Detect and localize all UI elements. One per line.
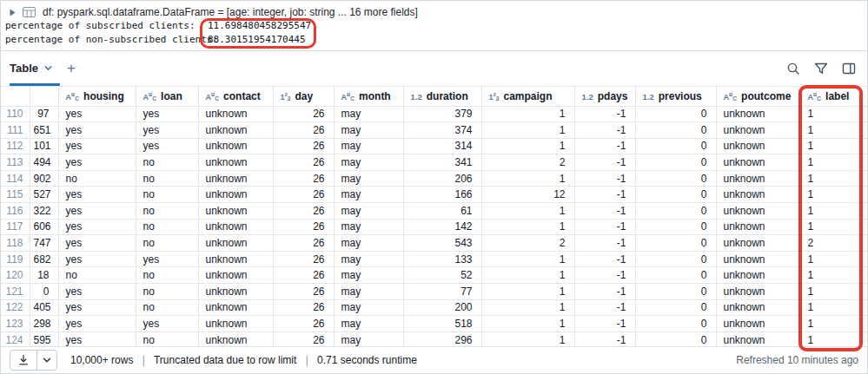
table-cell[interactable]: may — [334, 219, 403, 235]
table-cell[interactable]: may — [334, 316, 403, 332]
row-index[interactable]: 117 — [1, 219, 30, 235]
table-cell[interactable]: unknown — [198, 122, 273, 139]
table-cell[interactable]: 206 — [403, 170, 481, 187]
table-cell[interactable]: 341 — [403, 154, 481, 171]
table-cell[interactable]: 26 — [273, 219, 334, 235]
table-cell[interactable]: unknown — [716, 251, 800, 267]
table-cell[interactable]: may — [334, 154, 403, 171]
table-cell[interactable]: 1 — [481, 299, 574, 316]
table-cell[interactable]: 543 — [403, 235, 481, 252]
table-cell[interactable]: unknown — [198, 138, 273, 154]
download-icon[interactable] — [10, 351, 36, 370]
table-cell[interactable]: no — [136, 170, 198, 187]
table-cell[interactable]: 26 — [273, 284, 334, 300]
row-index[interactable]: 120 — [1, 267, 30, 284]
table-cell[interactable]: 1 — [800, 251, 867, 267]
columns-panel-icon[interactable] — [841, 61, 857, 76]
table-cell[interactable]: 26 — [273, 138, 334, 154]
table-cell[interactable]: 0 — [635, 284, 716, 300]
table-cell[interactable]: 527 — [30, 187, 58, 203]
table-cell[interactable]: 0 — [635, 122, 716, 139]
table-cell[interactable]: 1 — [800, 203, 867, 220]
table-cell[interactable]: 314 — [403, 138, 481, 154]
table-cell[interactable]: 101 — [30, 138, 58, 154]
table-cell[interactable]: 1 — [481, 122, 574, 139]
table-cell[interactable]: 1 — [800, 106, 867, 122]
table-cell[interactable]: unknown — [716, 154, 800, 171]
table-cell[interactable]: -1 — [574, 251, 635, 267]
table-cell[interactable]: 902 — [30, 170, 58, 187]
table-cell[interactable]: may — [334, 331, 403, 346]
table-cell[interactable]: yes — [58, 316, 136, 332]
table-cell[interactable]: 322 — [30, 203, 58, 220]
table-cell[interactable]: 296 — [403, 331, 481, 346]
column-header-duration[interactable]: 1.2duration — [403, 87, 481, 106]
table-cell[interactable]: 1 — [800, 267, 867, 284]
table-cell[interactable]: unknown — [198, 299, 273, 316]
table-cell[interactable]: unknown — [198, 170, 273, 187]
table-cell[interactable]: 405 — [30, 299, 58, 316]
table-cell[interactable]: unknown — [716, 235, 800, 252]
table-cell[interactable]: 12 — [481, 187, 574, 203]
table-cell[interactable]: unknown — [716, 284, 800, 300]
table-cell[interactable]: yes — [58, 284, 136, 300]
table-cell[interactable]: 1 — [800, 284, 867, 300]
table-cell[interactable]: 1 — [481, 203, 574, 220]
table-cell[interactable]: 26 — [273, 316, 334, 332]
table-cell[interactable]: 26 — [273, 203, 334, 220]
table-cell[interactable]: 1 — [800, 122, 867, 139]
table-cell[interactable]: 0 — [635, 316, 716, 332]
table-cell[interactable]: 26 — [273, 299, 334, 316]
table-cell[interactable]: yes — [58, 122, 136, 139]
row-index[interactable]: 114 — [1, 170, 30, 187]
table-cell[interactable]: -1 — [574, 122, 635, 139]
table-cell[interactable]: 61 — [403, 203, 481, 220]
table-cell[interactable]: 747 — [30, 235, 58, 252]
table-cell[interactable]: may — [334, 299, 403, 316]
table-cell[interactable]: 77 — [403, 284, 481, 300]
expand-toggle-icon[interactable] — [10, 9, 16, 16]
table-cell[interactable]: 298 — [30, 316, 58, 332]
search-icon[interactable] — [785, 61, 801, 76]
table-cell[interactable]: 1 — [800, 187, 867, 203]
table-cell[interactable]: 133 — [403, 251, 481, 267]
table-cell[interactable]: 0 — [635, 187, 716, 203]
table-cell[interactable]: 595 — [30, 331, 58, 346]
table-cell[interactable]: unknown — [716, 331, 800, 346]
table-cell[interactable]: 200 — [403, 299, 481, 316]
table-cell[interactable]: may — [334, 106, 403, 122]
table-cell[interactable]: 1 — [800, 331, 867, 346]
table-cell[interactable]: may — [334, 267, 403, 284]
table-cell[interactable]: unknown — [716, 316, 800, 332]
row-index[interactable]: 110 — [1, 106, 30, 122]
table-cell[interactable]: no — [136, 331, 198, 346]
table-cell[interactable]: unknown — [716, 203, 800, 220]
table-cell[interactable]: unknown — [198, 284, 273, 300]
table-cell[interactable]: 1 — [800, 299, 867, 316]
table-cell[interactable]: 52 — [403, 267, 481, 284]
table-cell[interactable]: no — [58, 267, 136, 284]
add-visualization-button[interactable]: + — [67, 61, 76, 77]
table-cell[interactable]: 0 — [635, 106, 716, 122]
table-cell[interactable]: 1 — [481, 267, 574, 284]
table-cell[interactable]: yes — [58, 203, 136, 220]
table-cell[interactable]: may — [334, 203, 403, 220]
column-header-contact[interactable]: ABCcontact — [198, 87, 273, 106]
table-cell[interactable]: yes — [58, 106, 136, 122]
table-cell[interactable]: 1 — [481, 331, 574, 346]
column-header-previous[interactable]: 1.2previous — [635, 87, 716, 106]
table-cell[interactable]: may — [334, 284, 403, 300]
table-cell[interactable]: yes — [136, 106, 198, 122]
table-cell[interactable]: yes — [58, 331, 136, 346]
table-cell[interactable]: unknown — [198, 219, 273, 235]
table-cell[interactable]: may — [334, 170, 403, 187]
table-cell[interactable]: unknown — [198, 106, 273, 122]
table-cell[interactable]: no — [136, 235, 198, 252]
table-cell[interactable]: 0 — [635, 154, 716, 171]
table-cell[interactable]: 0 — [635, 299, 716, 316]
table-cell[interactable]: yes — [58, 251, 136, 267]
table-cell[interactable]: 518 — [403, 316, 481, 332]
table-cell[interactable]: 374 — [403, 122, 481, 139]
table-cell[interactable]: unknown — [198, 267, 273, 284]
table-cell[interactable]: unknown — [198, 331, 273, 346]
